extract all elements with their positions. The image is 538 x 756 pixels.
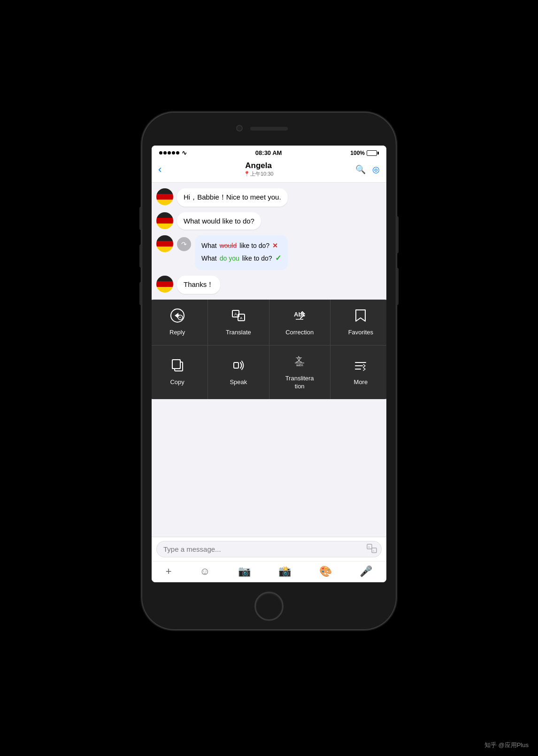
menu-item-favorites[interactable]: Favorites	[330, 300, 386, 345]
avatar-image-1	[156, 188, 173, 205]
correction-label: Correction	[285, 329, 314, 337]
svg-rect-10	[234, 363, 238, 368]
avatar-image-3	[156, 235, 173, 252]
translate-menu-icon: A A	[231, 308, 246, 325]
phone-wrapper: ∿ 08:30 AM 100% ‹ Angela	[142, 113, 396, 629]
camera-icon[interactable]: 📸	[278, 565, 291, 578]
home-button[interactable]	[254, 592, 284, 621]
status-time: 08:30 AM	[255, 149, 282, 156]
check-mark: ✓	[275, 252, 281, 265]
svg-rect-8	[172, 360, 180, 369]
contact-name: Angela	[244, 161, 274, 170]
menu-row-2: Copy Speak	[152, 346, 386, 399]
correct-suffix: like to do?	[242, 253, 272, 264]
signal-dot-3	[168, 151, 171, 154]
menu-item-correction[interactable]: Abc Correction	[269, 300, 330, 345]
bubble-1: Hi，Babbie！Nice to meet you.	[177, 188, 288, 207]
message-2: What would like to do?	[156, 212, 382, 230]
translate-input-icon[interactable]: A A	[367, 543, 377, 555]
transliteration-label: Transliteration	[285, 375, 314, 391]
favorites-menu-icon	[354, 308, 367, 325]
bubble-2: What would like to do?	[177, 212, 261, 230]
avatar-4	[156, 276, 173, 293]
svg-text:wén: wén	[296, 363, 303, 367]
wifi-icon: ∿	[182, 149, 187, 156]
correct-prefix: What	[201, 253, 217, 264]
phone-camera	[236, 125, 243, 131]
wrong-row: What would like to do? ✕	[201, 240, 281, 252]
mic-icon[interactable]: 🎤	[360, 565, 372, 578]
toolbar: + ☺ 📷 📸 🎨 🎤	[152, 561, 386, 582]
wrong-suffix: like to do?	[239, 240, 269, 252]
image-icon[interactable]: 📷	[238, 565, 251, 578]
copy-label: Copy	[170, 378, 184, 386]
avatar-image-4	[156, 276, 173, 293]
signal-dot-5	[176, 151, 179, 154]
menu-item-more[interactable]: More	[330, 346, 386, 399]
transliteration-menu-icon: 文 wén	[292, 354, 307, 371]
reply-icon: ↷	[177, 237, 191, 251]
speak-label: Speak	[230, 378, 247, 386]
palette-icon[interactable]: 🎨	[319, 565, 332, 578]
avatar-image-2	[156, 212, 173, 229]
search-icon[interactable]: 🔍	[355, 164, 366, 175]
speak-menu-icon	[231, 358, 246, 375]
menu-row-1: Reply A A	[152, 300, 386, 346]
contact-subtitle: 📍上午10:30	[244, 170, 274, 177]
correction-bubble: What would like to do? ✕ What do you lik…	[195, 235, 288, 270]
signal-dot-4	[172, 151, 175, 154]
chat-area[interactable]: Hi，Babbie！Nice to meet you. What would l…	[152, 183, 386, 537]
signal-dot-1	[159, 151, 162, 154]
input-wrapper: A A	[156, 541, 382, 557]
svg-text:文: 文	[296, 356, 302, 363]
message-4: Thanks！	[156, 276, 382, 294]
copy-menu-icon	[170, 358, 184, 375]
translate-label: Translate	[226, 329, 251, 337]
status-bar: ∿ 08:30 AM 100%	[152, 146, 386, 158]
menu-item-copy[interactable]: Copy	[152, 346, 208, 399]
svg-text:A: A	[368, 546, 370, 548]
input-bar: A A	[152, 537, 386, 561]
reply-label: Reply	[169, 329, 185, 337]
wrong-word: would	[220, 240, 237, 252]
more-label: More	[354, 378, 368, 386]
signal-dot-2	[163, 151, 167, 154]
svg-text:A: A	[373, 549, 375, 552]
svg-text:A: A	[234, 312, 237, 316]
menu-item-translate[interactable]: A A Translate	[208, 300, 269, 345]
message-input[interactable]	[156, 541, 382, 557]
favorites-label: Favorites	[348, 329, 373, 337]
bubble-4: Thanks！	[177, 276, 220, 294]
more-menu-icon	[353, 358, 368, 375]
correction-menu-icon: Abc	[292, 308, 307, 325]
record-icon[interactable]: ◎	[372, 164, 380, 175]
menu-item-speak[interactable]: Speak	[208, 346, 269, 399]
svg-text:A: A	[240, 316, 243, 320]
message-text-2: What would like to do?	[184, 217, 254, 225]
back-button[interactable]: ‹	[158, 163, 161, 176]
context-menu: Reply A A	[152, 300, 386, 399]
message-1: Hi，Babbie！Nice to meet you.	[156, 188, 382, 207]
add-icon[interactable]: +	[166, 565, 172, 578]
correct-phrase: do you	[220, 253, 239, 264]
message-text-1: Hi，Babbie！Nice to meet you.	[184, 193, 281, 201]
avatar-1	[156, 188, 173, 205]
phone-frame: ∿ 08:30 AM 100% ‹ Angela	[142, 113, 396, 629]
menu-item-transliteration[interactable]: 文 wén Transliteration	[269, 346, 330, 399]
phone-screen: ∿ 08:30 AM 100% ‹ Angela	[152, 146, 386, 582]
battery-percent: 100%	[350, 150, 365, 156]
message-text-4: Thanks！	[184, 280, 214, 288]
reply-menu-icon	[170, 308, 185, 325]
nav-icons: 🔍 ◎	[355, 164, 380, 175]
phone-speaker	[250, 127, 288, 131]
chat-container: ∿ 08:30 AM 100% ‹ Angela	[152, 146, 386, 582]
battery-icon	[367, 150, 379, 156]
avatar-3	[156, 235, 173, 252]
nav-bar: ‹ Angela 📍上午10:30 🔍 ◎	[152, 158, 386, 183]
x-mark: ✕	[272, 240, 278, 252]
message-3: ↷ What would like to do? ✕ What do you	[156, 235, 382, 270]
wrong-prefix: What	[201, 240, 217, 252]
menu-item-reply[interactable]: Reply	[152, 300, 208, 345]
emoji-icon[interactable]: ☺	[200, 565, 210, 578]
status-right: 100%	[350, 150, 379, 156]
